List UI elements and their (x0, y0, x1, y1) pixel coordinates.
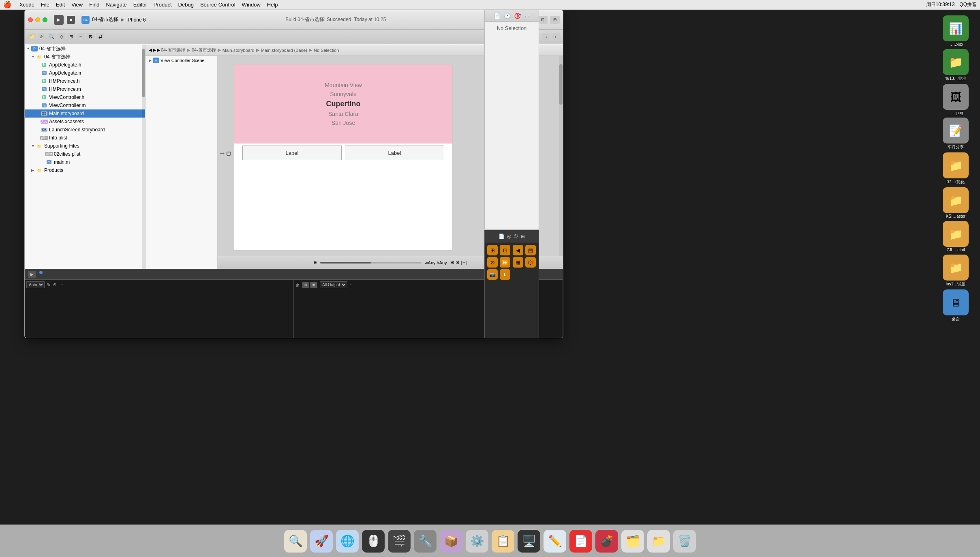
nav-item-appdelegate-h[interactable]: h AppDelegate.h (25, 61, 145, 69)
inspector-toggle[interactable]: ⊞ (550, 16, 560, 24)
view-option-3[interactable]: |←| (461, 260, 468, 265)
nav-item-main-m[interactable]: m main.m (25, 158, 145, 166)
dock-video[interactable]: 🎬 (388, 530, 411, 553)
palette-item-8[interactable]: ⬡ (525, 257, 536, 268)
palette-item-9[interactable]: 📷 (487, 269, 498, 280)
maximize-button[interactable] (43, 17, 47, 22)
dock-folder2[interactable]: 📁 (647, 530, 670, 553)
stop-button[interactable]: ■ (67, 16, 75, 24)
palette-icon-1[interactable]: 📄 (499, 234, 505, 239)
dock-trash[interactable]: 🗑️ (673, 530, 696, 553)
scene-item-vc[interactable]: ▶ V View Controller Scene (146, 56, 217, 65)
menu-window[interactable]: Window (242, 2, 261, 8)
palette-item-4[interactable]: ▤ (525, 245, 536, 255)
add-icon[interactable]: + (552, 33, 560, 41)
grid-icon[interactable]: ⊞ (67, 33, 75, 41)
breadcrumb-item-4[interactable]: No Selection (314, 48, 339, 53)
menu-edit[interactable]: Edit (56, 2, 65, 8)
nav-item-products[interactable]: ▶ 📁 Products (25, 166, 145, 174)
dock-launchpad[interactable]: 🚀 (310, 530, 333, 553)
inspector-history-icon[interactable]: 🕐 (504, 13, 511, 19)
menu-product[interactable]: Product (154, 2, 172, 8)
nav-item-viewcontroller-m[interactable]: m ViewController.m (25, 101, 145, 109)
debug-play-icon[interactable]: ▶ (28, 271, 36, 278)
desktop-item-13[interactable]: 📁 第13…业准 (934, 49, 978, 81)
menu-debug[interactable]: Debug (178, 2, 194, 8)
compare-icon[interactable]: ⇄ (96, 33, 104, 41)
close-button[interactable] (28, 17, 33, 22)
menu-source-control[interactable]: Source Control (200, 2, 235, 8)
forward-button[interactable]: ▶ (153, 47, 156, 53)
dock-finder[interactable]: 🔍 (284, 530, 307, 553)
nav-item-launchscreen[interactable]: SB LaunchScreen.storyboard (25, 126, 145, 134)
dock-pen[interactable]: ✏️ (543, 530, 566, 553)
desktop-item-zjl[interactable]: 📁 ZJL…etail (934, 221, 978, 252)
breadcrumb-item-2[interactable]: Main.storyboard (223, 48, 255, 53)
canvas-scrollbar[interactable] (559, 56, 563, 256)
dock-pdf[interactable]: 📄 (569, 530, 592, 553)
menu-view[interactable]: View (71, 2, 83, 8)
hierarchy-icon[interactable]: ⊠ (86, 33, 94, 41)
clear-console[interactable]: 🗑 (295, 283, 300, 287)
console-options[interactable]: ⋯ (350, 283, 354, 287)
menu-find[interactable]: Find (89, 2, 99, 8)
inspector-target-icon[interactable]: 🎯 (514, 13, 521, 19)
menu-editor[interactable]: Editor (133, 2, 147, 8)
filter-icon[interactable]: ◇ (57, 33, 65, 41)
palette-item-5[interactable]: ⊙ (487, 257, 498, 268)
view-option-2[interactable]: ⊡ (456, 260, 459, 265)
label-button-2[interactable]: Label (345, 146, 444, 160)
nav-item-cities-plist[interactable]: plist 02cities.plist (25, 150, 145, 158)
nav-item-supporting-files[interactable]: ▼ 📁 Supporting Files (25, 142, 145, 150)
split-icon-1[interactable]: ⊞ (302, 282, 309, 288)
palette-icon-4[interactable]: ⊞ (521, 234, 525, 239)
dock-notes[interactable]: 📋 (492, 530, 514, 553)
output-select[interactable]: All Output (320, 281, 347, 288)
palette-item-6[interactable]: ⏩ (500, 257, 510, 268)
debug-dots[interactable]: ⋯ (59, 283, 63, 287)
palette-item-10[interactable]: L (500, 269, 510, 280)
palette-item-1[interactable]: ⊞ (487, 245, 498, 255)
warning-icon[interactable]: ⚠ (38, 33, 46, 41)
breadcrumb-item-3[interactable]: Main.storyboard (Base) (261, 48, 307, 53)
menu-help[interactable]: Help (267, 2, 278, 8)
run-button[interactable]: ▶ (54, 15, 64, 25)
dock-bomb[interactable]: 💣 (595, 530, 618, 553)
desktop-item-desktop[interactable]: 🖥 桌面 (934, 289, 978, 322)
dock-tools[interactable]: 🔧 (414, 530, 437, 553)
split-icon-2[interactable]: ▣ (310, 282, 317, 288)
inspector-file-icon[interactable]: 📄 (494, 13, 501, 19)
dock-prefs[interactable]: ⚙️ (466, 530, 488, 553)
dock-safari[interactable]: 🌐 (336, 530, 359, 553)
folder-icon[interactable]: 📁 (28, 33, 36, 41)
scheme-selector[interactable]: 04 04-省市选择 ▶ iPhone 6 (81, 16, 146, 24)
debug-clock[interactable]: ⏱ (53, 283, 57, 287)
search-icon[interactable]: 🔍 (47, 33, 56, 41)
nav-item-project[interactable]: ▼ P 04-省市选择 (25, 45, 145, 53)
view-controller-frame[interactable]: Mountain View Sunnyvale Cupertino Santa … (234, 64, 453, 251)
nav-item-assets[interactable]: Ass Assets.xcassets (25, 118, 145, 126)
desktop-item-07[interactable]: 📁 07…(优化 (934, 152, 978, 185)
desktop-item-chadan[interactable]: 📝 车丹分享 (934, 118, 978, 150)
nav-item-hmprovince-m[interactable]: m HMProvince.m (25, 85, 145, 93)
auto-select[interactable]: Auto (26, 281, 45, 288)
palette-item-7[interactable]: ▦ (513, 257, 523, 268)
nav-item-hmprovince-h[interactable]: h HMProvince.h (25, 77, 145, 85)
scrollbar[interactable] (142, 45, 145, 269)
connect-icon[interactable]: ↔ (542, 33, 550, 41)
nav-item-viewcontroller-h[interactable]: h ViewController.h (25, 93, 145, 101)
nav-item-info-plist[interactable]: plist Info.plist (25, 134, 145, 142)
nav-item-appdelegate-m[interactable]: m AppDelegate.m (25, 69, 145, 77)
menu-xcode[interactable]: Xcode (19, 2, 34, 8)
dock-folder1[interactable]: 🗂️ (621, 530, 644, 553)
inspector-connect-icon[interactable]: ↔ (524, 13, 530, 19)
scrollbar-thumb[interactable] (142, 49, 145, 97)
back-button[interactable]: ◀ (149, 47, 152, 53)
palette-icon-2[interactable]: ◎ (507, 234, 511, 239)
debug-toggle[interactable]: ⊡ (538, 16, 548, 24)
palette-icon-3[interactable]: ⏱ (514, 234, 518, 239)
dock-mousepose[interactable]: 🖱️ (362, 530, 385, 553)
nav-item-group[interactable]: ▼ 📁 04-省市选择 (25, 53, 145, 61)
dock-package[interactable]: 📦 (440, 530, 462, 553)
menu-navigate[interactable]: Navigate (106, 2, 126, 8)
